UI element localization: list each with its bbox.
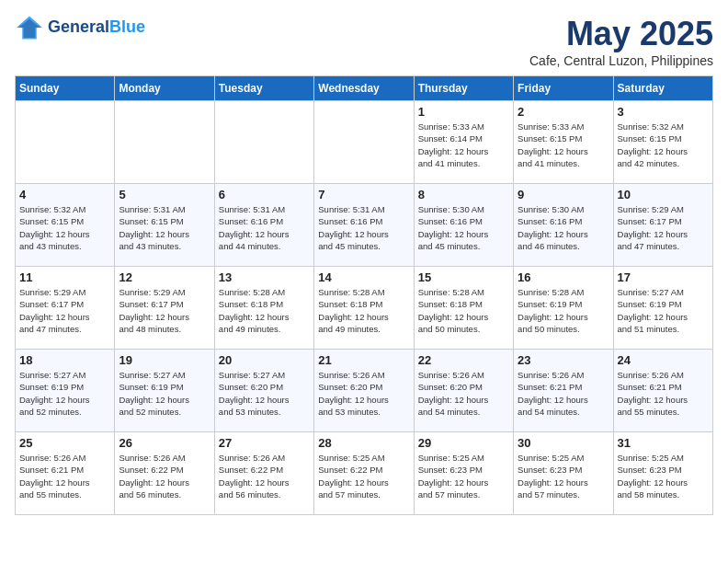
day-number: 16 bbox=[518, 270, 609, 284]
day-info: Sunrise: 5:27 AMSunset: 6:19 PMDaylight:… bbox=[119, 369, 210, 418]
day-number: 25 bbox=[19, 436, 110, 450]
calendar-cell bbox=[16, 101, 115, 184]
day-info: Sunrise: 5:27 AMSunset: 6:19 PMDaylight:… bbox=[618, 286, 709, 335]
logo-text: GeneralBlue bbox=[48, 18, 145, 37]
weekday-header-friday: Friday bbox=[514, 76, 613, 101]
day-number: 4 bbox=[19, 188, 110, 201]
calendar-cell: 24Sunrise: 5:26 AMSunset: 6:21 PMDayligh… bbox=[613, 350, 712, 432]
day-number: 26 bbox=[119, 436, 210, 450]
calendar-cell: 29Sunrise: 5:25 AMSunset: 6:23 PMDayligh… bbox=[414, 432, 513, 515]
day-info: Sunrise: 5:32 AMSunset: 6:15 PMDaylight:… bbox=[618, 121, 709, 169]
day-info: Sunrise: 5:26 AMSunset: 6:20 PMDaylight:… bbox=[418, 369, 509, 418]
weekday-header-row: SundayMondayTuesdayWednesdayThursdayFrid… bbox=[16, 76, 713, 101]
week-row-3: 11Sunrise: 5:29 AMSunset: 6:17 PMDayligh… bbox=[16, 267, 713, 350]
calendar-cell: 5Sunrise: 5:31 AMSunset: 6:15 PMDaylight… bbox=[115, 184, 214, 267]
calendar-cell: 16Sunrise: 5:28 AMSunset: 6:19 PMDayligh… bbox=[514, 267, 613, 350]
calendar-cell: 13Sunrise: 5:28 AMSunset: 6:18 PMDayligh… bbox=[214, 267, 313, 350]
day-number: 27 bbox=[219, 436, 310, 450]
svg-marker-1 bbox=[18, 19, 40, 38]
day-number: 1 bbox=[418, 105, 509, 119]
calendar-cell: 19Sunrise: 5:27 AMSunset: 6:19 PMDayligh… bbox=[115, 350, 214, 432]
weekday-header-sunday: Sunday bbox=[16, 76, 115, 101]
day-number: 6 bbox=[219, 188, 310, 201]
day-info: Sunrise: 5:25 AMSunset: 6:23 PMDaylight:… bbox=[418, 452, 509, 500]
weekday-header-saturday: Saturday bbox=[613, 76, 712, 101]
day-info: Sunrise: 5:33 AMSunset: 6:14 PMDaylight:… bbox=[418, 121, 509, 169]
day-number: 2 bbox=[518, 105, 609, 119]
day-number: 31 bbox=[618, 436, 709, 450]
day-number: 24 bbox=[618, 353, 709, 367]
day-info: Sunrise: 5:29 AMSunset: 6:17 PMDaylight:… bbox=[618, 203, 709, 252]
calendar-table: SundayMondayTuesdayWednesdayThursdayFrid… bbox=[15, 75, 713, 515]
day-info: Sunrise: 5:31 AMSunset: 6:16 PMDaylight:… bbox=[318, 203, 409, 252]
calendar-cell: 25Sunrise: 5:26 AMSunset: 6:21 PMDayligh… bbox=[16, 432, 115, 515]
day-number: 18 bbox=[19, 353, 110, 367]
calendar-cell: 17Sunrise: 5:27 AMSunset: 6:19 PMDayligh… bbox=[613, 267, 712, 350]
calendar-cell: 12Sunrise: 5:29 AMSunset: 6:17 PMDayligh… bbox=[115, 267, 214, 350]
day-info: Sunrise: 5:33 AMSunset: 6:15 PMDaylight:… bbox=[518, 121, 609, 169]
calendar-cell: 22Sunrise: 5:26 AMSunset: 6:20 PMDayligh… bbox=[414, 350, 513, 432]
location: Cafe, Central Luzon, Philippines bbox=[529, 53, 713, 68]
month-title: May 2025 bbox=[529, 15, 713, 53]
day-number: 23 bbox=[518, 353, 609, 367]
day-info: Sunrise: 5:28 AMSunset: 6:18 PMDaylight:… bbox=[219, 286, 310, 335]
calendar-cell: 15Sunrise: 5:28 AMSunset: 6:18 PMDayligh… bbox=[414, 267, 513, 350]
day-number: 15 bbox=[418, 270, 509, 284]
calendar-cell: 31Sunrise: 5:25 AMSunset: 6:23 PMDayligh… bbox=[613, 432, 712, 515]
calendar-cell: 23Sunrise: 5:26 AMSunset: 6:21 PMDayligh… bbox=[514, 350, 613, 432]
week-row-2: 4Sunrise: 5:32 AMSunset: 6:15 PMDaylight… bbox=[16, 184, 713, 267]
day-info: Sunrise: 5:26 AMSunset: 6:21 PMDaylight:… bbox=[518, 369, 609, 418]
day-info: Sunrise: 5:30 AMSunset: 6:16 PMDaylight:… bbox=[518, 203, 609, 252]
day-info: Sunrise: 5:26 AMSunset: 6:22 PMDaylight:… bbox=[219, 452, 310, 500]
day-number: 7 bbox=[318, 188, 409, 201]
day-info: Sunrise: 5:31 AMSunset: 6:16 PMDaylight:… bbox=[219, 203, 310, 252]
day-info: Sunrise: 5:29 AMSunset: 6:17 PMDaylight:… bbox=[19, 286, 110, 335]
calendar-cell: 27Sunrise: 5:26 AMSunset: 6:22 PMDayligh… bbox=[214, 432, 313, 515]
day-number: 19 bbox=[119, 353, 210, 367]
day-info: Sunrise: 5:28 AMSunset: 6:18 PMDaylight:… bbox=[318, 286, 409, 335]
day-info: Sunrise: 5:28 AMSunset: 6:19 PMDaylight:… bbox=[518, 286, 609, 335]
calendar-cell: 20Sunrise: 5:27 AMSunset: 6:20 PMDayligh… bbox=[214, 350, 313, 432]
calendar-cell: 3Sunrise: 5:32 AMSunset: 6:15 PMDaylight… bbox=[613, 101, 712, 184]
weekday-header-thursday: Thursday bbox=[414, 76, 513, 101]
calendar-cell: 7Sunrise: 5:31 AMSunset: 6:16 PMDaylight… bbox=[314, 184, 414, 267]
day-number: 13 bbox=[219, 270, 310, 284]
day-info: Sunrise: 5:25 AMSunset: 6:22 PMDaylight:… bbox=[318, 452, 409, 500]
calendar-cell: 4Sunrise: 5:32 AMSunset: 6:15 PMDaylight… bbox=[16, 184, 115, 267]
calendar-cell: 2Sunrise: 5:33 AMSunset: 6:15 PMDaylight… bbox=[514, 101, 613, 184]
day-number: 29 bbox=[418, 436, 509, 450]
day-number: 10 bbox=[618, 188, 709, 201]
day-number: 9 bbox=[518, 188, 609, 201]
week-row-4: 18Sunrise: 5:27 AMSunset: 6:19 PMDayligh… bbox=[16, 350, 713, 432]
week-row-1: 1Sunrise: 5:33 AMSunset: 6:14 PMDaylight… bbox=[16, 101, 713, 184]
week-row-5: 25Sunrise: 5:26 AMSunset: 6:21 PMDayligh… bbox=[16, 432, 713, 515]
calendar-cell: 8Sunrise: 5:30 AMSunset: 6:16 PMDaylight… bbox=[414, 184, 513, 267]
calendar-cell: 6Sunrise: 5:31 AMSunset: 6:16 PMDaylight… bbox=[214, 184, 313, 267]
day-info: Sunrise: 5:29 AMSunset: 6:17 PMDaylight:… bbox=[119, 286, 210, 335]
calendar-cell: 28Sunrise: 5:25 AMSunset: 6:22 PMDayligh… bbox=[314, 432, 414, 515]
day-info: Sunrise: 5:26 AMSunset: 6:20 PMDaylight:… bbox=[318, 369, 409, 418]
day-info: Sunrise: 5:27 AMSunset: 6:19 PMDaylight:… bbox=[19, 369, 110, 418]
day-info: Sunrise: 5:26 AMSunset: 6:21 PMDaylight:… bbox=[618, 369, 709, 418]
weekday-header-monday: Monday bbox=[115, 76, 214, 101]
day-info: Sunrise: 5:25 AMSunset: 6:23 PMDaylight:… bbox=[518, 452, 609, 500]
day-number: 20 bbox=[219, 353, 310, 367]
calendar-cell: 9Sunrise: 5:30 AMSunset: 6:16 PMDaylight… bbox=[514, 184, 613, 267]
calendar-cell: 14Sunrise: 5:28 AMSunset: 6:18 PMDayligh… bbox=[314, 267, 414, 350]
day-info: Sunrise: 5:31 AMSunset: 6:15 PMDaylight:… bbox=[119, 203, 210, 252]
calendar-cell: 21Sunrise: 5:26 AMSunset: 6:20 PMDayligh… bbox=[314, 350, 414, 432]
calendar-cell: 10Sunrise: 5:29 AMSunset: 6:17 PMDayligh… bbox=[613, 184, 712, 267]
day-number: 11 bbox=[19, 270, 110, 284]
day-info: Sunrise: 5:27 AMSunset: 6:20 PMDaylight:… bbox=[219, 369, 310, 418]
calendar-cell: 30Sunrise: 5:25 AMSunset: 6:23 PMDayligh… bbox=[514, 432, 613, 515]
day-info: Sunrise: 5:30 AMSunset: 6:16 PMDaylight:… bbox=[418, 203, 509, 252]
logo-icon bbox=[15, 15, 44, 40]
day-number: 5 bbox=[119, 188, 210, 201]
calendar-cell bbox=[115, 101, 214, 184]
calendar-cell: 26Sunrise: 5:26 AMSunset: 6:22 PMDayligh… bbox=[115, 432, 214, 515]
day-number: 3 bbox=[618, 105, 709, 119]
day-info: Sunrise: 5:26 AMSunset: 6:22 PMDaylight:… bbox=[119, 452, 210, 500]
day-number: 22 bbox=[418, 353, 509, 367]
day-info: Sunrise: 5:26 AMSunset: 6:21 PMDaylight:… bbox=[19, 452, 110, 500]
calendar-cell: 11Sunrise: 5:29 AMSunset: 6:17 PMDayligh… bbox=[16, 267, 115, 350]
